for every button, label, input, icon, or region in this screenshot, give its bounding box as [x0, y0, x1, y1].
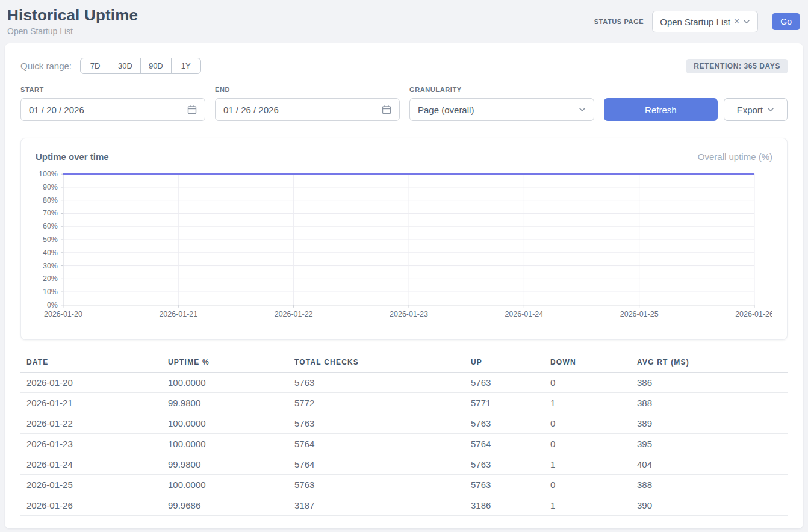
table-cell: 404 — [637, 454, 788, 475]
svg-text:2026-01-22: 2026-01-22 — [275, 310, 313, 318]
svg-text:50%: 50% — [43, 235, 58, 244]
table-row: 2026-01-2499.9800576457631404 — [20, 454, 788, 475]
main-panel: Quick range: 7D 30D 90D 1Y RETENTION: 36… — [5, 43, 803, 528]
table-cell: 100.0000 — [168, 434, 294, 454]
svg-text:100%: 100% — [39, 170, 58, 178]
svg-text:70%: 70% — [43, 209, 58, 217]
svg-text:2026-01-23: 2026-01-23 — [390, 310, 428, 318]
table-cell: 1 — [550, 393, 637, 413]
end-date-label: END — [215, 86, 400, 93]
quick-range-group: 7D 30D 90D 1Y — [80, 58, 201, 74]
table-cell: 99.9686 — [168, 495, 294, 516]
quick-range-30d[interactable]: 30D — [110, 58, 141, 74]
granularity-value: Page (overall) — [418, 105, 474, 115]
table-cell: 5763 — [294, 475, 471, 495]
table-cell: 2026-01-24 — [20, 454, 168, 475]
table-row: 2026-01-25100.0000576357630388 — [20, 475, 788, 495]
quick-range-label: Quick range: — [20, 61, 72, 71]
table-cell: 0 — [550, 373, 637, 393]
table-cell: 99.9800 — [168, 393, 294, 413]
table-cell: 2026-01-23 — [20, 434, 168, 454]
svg-text:2026-01-24: 2026-01-24 — [505, 310, 543, 318]
table-cell: 5763 — [294, 373, 471, 393]
col-date: DATE — [20, 354, 168, 373]
table-cell: 395 — [637, 434, 788, 454]
end-date-field: END 01 / 26 / 2026 — [215, 86, 400, 121]
table-cell: 100.0000 — [168, 373, 294, 393]
svg-text:30%: 30% — [43, 262, 58, 270]
table-cell: 2026-01-21 — [20, 393, 168, 413]
export-button[interactable]: Export — [724, 98, 788, 121]
start-date-label: START — [20, 86, 205, 93]
status-page-select[interactable]: Open Startup List × — [652, 11, 758, 32]
granularity-select[interactable]: Page (overall) — [409, 98, 594, 121]
calendar-icon[interactable] — [382, 105, 391, 114]
uptime-table: DATE UPTIME % TOTAL CHECKS UP DOWN AVG R… — [20, 354, 788, 516]
filters-row: START 01 / 20 / 2026 END 01 / 26 / 2026 … — [20, 86, 788, 121]
page-header: Historical Uptime Open Startup List STAT… — [0, 0, 808, 39]
chart-legend: Overall uptime (%) — [698, 152, 772, 162]
status-page-label: STATUS PAGE — [594, 18, 644, 25]
table-cell: 1 — [550, 495, 637, 516]
header-actions: STATUS PAGE Open Startup List × Go — [594, 11, 800, 32]
chevron-down-icon — [743, 19, 750, 24]
table-cell: 5763 — [471, 454, 550, 475]
table-row: 2026-01-20100.0000576357630386 — [20, 373, 788, 393]
go-button[interactable]: Go — [772, 13, 800, 30]
table-cell: 5763 — [294, 413, 471, 434]
table-cell: 1 — [550, 454, 637, 475]
table-cell: 0 — [550, 434, 637, 454]
table-cell: 99.9800 — [168, 454, 294, 475]
table-row: 2026-01-2199.9800577257711388 — [20, 393, 788, 413]
page-subtitle: Open Startup List — [7, 26, 138, 36]
svg-text:2026-01-20: 2026-01-20 — [44, 310, 82, 318]
table-cell: 5772 — [294, 393, 471, 413]
quick-range-1y[interactable]: 1Y — [171, 58, 201, 74]
uptime-line-chart: 0%10%20%30%40%50%60%70%80%90%100%2026-01… — [36, 169, 772, 324]
table-cell: 2026-01-26 — [20, 495, 168, 516]
quick-range-90d[interactable]: 90D — [140, 58, 172, 74]
chart-header: Uptime over time Overall uptime (%) — [36, 152, 772, 162]
chevron-down-icon — [767, 107, 774, 112]
clear-icon[interactable]: × — [734, 17, 739, 26]
svg-text:20%: 20% — [43, 274, 58, 283]
col-total-checks: TOTAL CHECKS — [294, 354, 471, 373]
table-body: 2026-01-20100.00005763576303862026-01-21… — [20, 373, 788, 516]
table-cell: 100.0000 — [168, 475, 294, 495]
svg-text:90%: 90% — [43, 183, 58, 191]
svg-text:80%: 80% — [43, 196, 58, 205]
quick-range-row: Quick range: 7D 30D 90D 1Y RETENTION: 36… — [20, 58, 788, 74]
refresh-button[interactable]: Refresh — [604, 98, 718, 121]
table-cell: 386 — [637, 373, 788, 393]
calendar-icon[interactable] — [187, 105, 197, 114]
svg-text:40%: 40% — [43, 249, 58, 257]
table-cell: 2026-01-22 — [20, 413, 168, 434]
table-cell: 5764 — [294, 454, 471, 475]
svg-text:2026-01-25: 2026-01-25 — [620, 310, 659, 318]
svg-text:60%: 60% — [43, 222, 58, 230]
table-header-row: DATE UPTIME % TOTAL CHECKS UP DOWN AVG R… — [20, 354, 788, 373]
svg-text:0%: 0% — [47, 301, 58, 309]
svg-text:10%: 10% — [43, 288, 58, 296]
end-date-input[interactable]: 01 / 26 / 2026 — [215, 98, 400, 121]
table-cell: 2026-01-20 — [20, 373, 168, 393]
chart-title: Uptime over time — [36, 152, 109, 162]
table-cell: 0 — [550, 413, 637, 434]
table-cell: 5763 — [471, 413, 550, 434]
export-label: Export — [737, 105, 763, 115]
start-date-input[interactable]: 01 / 20 / 2026 — [20, 98, 205, 121]
table-cell: 5771 — [471, 393, 550, 413]
quick-range-7d[interactable]: 7D — [80, 58, 110, 74]
table-cell: 0 — [550, 475, 637, 495]
title-block: Historical Uptime Open Startup List — [7, 6, 138, 36]
col-down: DOWN — [550, 354, 637, 373]
svg-text:2026-01-21: 2026-01-21 — [159, 310, 197, 318]
table-row: 2026-01-22100.0000576357630389 — [20, 413, 788, 434]
table-cell: 389 — [637, 413, 788, 434]
start-date-field: START 01 / 20 / 2026 — [20, 86, 205, 121]
table-row: 2026-01-23100.0000576457640395 — [20, 434, 788, 454]
chevron-down-icon — [579, 107, 586, 112]
table-cell: 3187 — [294, 495, 471, 516]
status-page-value: Open Startup List — [660, 17, 730, 27]
table-cell: 2026-01-25 — [20, 475, 168, 495]
